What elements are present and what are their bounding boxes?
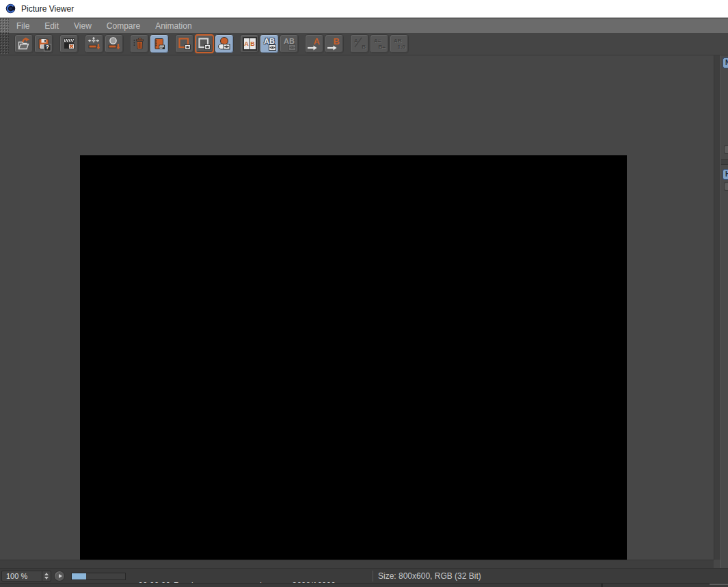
frame-eye-orange-icon bbox=[177, 36, 192, 51]
compare-ab-disabled-button: AB bbox=[280, 34, 299, 53]
menu-animation[interactable]: Animation bbox=[148, 19, 199, 33]
render-progress-fill bbox=[72, 573, 86, 579]
show-layers-view-button[interactable] bbox=[215, 34, 234, 53]
side-panel-chip[interactable] bbox=[724, 145, 728, 154]
toolbar-group-compare: A B AB AB bbox=[240, 34, 299, 53]
render-progress-bar bbox=[71, 573, 126, 580]
status-divider bbox=[373, 571, 373, 582]
window-titlebar[interactable]: Picture Viewer bbox=[0, 0, 728, 18]
delete-image-button[interactable] bbox=[130, 34, 149, 53]
play-button[interactable] bbox=[54, 571, 65, 582]
image-size-info: Size: 800x600, RGB (32 Bit) bbox=[378, 571, 481, 581]
compare-ab-toggle-button[interactable]: AB bbox=[260, 34, 279, 53]
play-icon bbox=[59, 574, 62, 578]
ab-panel-a-glyph: A bbox=[244, 38, 250, 49]
ab-panel-b-glyph: B bbox=[250, 38, 256, 49]
clapperboard-icon bbox=[62, 36, 77, 51]
history-catalog-button[interactable] bbox=[150, 34, 169, 53]
spinner-down-icon bbox=[44, 577, 49, 579]
tab-histogram[interactable]: H bbox=[723, 169, 728, 180]
bottom-strip-hairline bbox=[710, 584, 728, 585]
window-title: Picture Viewer bbox=[21, 4, 74, 14]
status-bar: 100 % 00:00:20Render progresscspp/maxspp… bbox=[0, 568, 728, 583]
menubar-grip-handle[interactable] bbox=[0, 18, 9, 33]
menu-bar: File Edit View Compare Animation bbox=[0, 18, 728, 33]
tab-navigation[interactable]: N bbox=[723, 57, 728, 68]
toolbar-group-preview bbox=[59, 34, 79, 53]
compare-side-by-side-button[interactable]: A B bbox=[240, 34, 259, 53]
toolbar-group-history bbox=[130, 34, 170, 53]
menu-file[interactable]: File bbox=[9, 19, 37, 33]
side-panel-chip[interactable] bbox=[724, 182, 728, 191]
ratio-top-glyph: AB bbox=[394, 38, 402, 44]
horizontal-scrollbar[interactable] bbox=[0, 560, 714, 568]
assign-ab-button: A= B= bbox=[370, 34, 389, 53]
menu-edit[interactable]: Edit bbox=[37, 19, 66, 33]
arrow-right-icon bbox=[327, 45, 337, 51]
ratio-bottom-glyph: 1:0 bbox=[397, 44, 405, 50]
save-button[interactable]: ? bbox=[34, 34, 53, 53]
ab-ratio-button: AB 1:0 bbox=[390, 34, 409, 53]
object-down-button[interactable] bbox=[105, 34, 124, 53]
move-down-button[interactable] bbox=[85, 34, 104, 53]
frame-eye-gray-icon bbox=[197, 36, 212, 51]
eye-disabled-icon bbox=[288, 44, 296, 51]
menu-view[interactable]: View bbox=[66, 19, 99, 33]
zoom-level-value: 100 % bbox=[2, 572, 42, 580]
bottom-edge-strip bbox=[0, 583, 728, 587]
diagonal-divider-icon bbox=[351, 35, 366, 50]
side-panel-column: N H bbox=[720, 55, 728, 568]
render-image[interactable] bbox=[80, 155, 627, 566]
toolbar-group-viewmode bbox=[175, 34, 234, 53]
catalog-book-icon bbox=[152, 36, 167, 51]
arrow-right-icon bbox=[308, 45, 317, 51]
single-frame-view-button[interactable] bbox=[175, 34, 194, 53]
toolbar-group-navigation bbox=[85, 34, 124, 53]
full-frame-view-button[interactable] bbox=[195, 34, 214, 53]
zoom-spinner[interactable] bbox=[42, 571, 51, 581]
make-preview-button[interactable] bbox=[59, 34, 79, 53]
toolbar-group-compare-tools: A B A= B= AB 1:0 bbox=[350, 34, 409, 53]
toolbar-group-setab: A B bbox=[305, 34, 345, 53]
swap-ab-button: A B bbox=[350, 34, 369, 53]
trash-icon bbox=[132, 36, 147, 51]
menu-compare[interactable]: Compare bbox=[99, 19, 148, 33]
eye-icon bbox=[269, 44, 276, 51]
vertical-scrollbar[interactable] bbox=[714, 55, 720, 560]
cinema4d-logo-icon[interactable] bbox=[5, 3, 16, 14]
toolbar-group-file: ? bbox=[14, 34, 54, 53]
toolbar-grip-handle[interactable] bbox=[0, 33, 9, 55]
set-image-a-button[interactable]: A bbox=[305, 34, 324, 53]
open-folder-icon bbox=[16, 36, 31, 51]
viewer-canvas[interactable] bbox=[0, 55, 714, 560]
move-cross-down-icon bbox=[87, 36, 102, 51]
ab-panels-icon: A B bbox=[243, 37, 257, 51]
bottom-strip-divider bbox=[601, 584, 603, 587]
set-image-b-button[interactable]: B bbox=[325, 34, 344, 53]
assign-top-glyph: A= bbox=[374, 38, 381, 44]
circle-down-icon bbox=[107, 36, 122, 51]
side-panel-divider[interactable] bbox=[721, 159, 728, 165]
assign-bottom-glyph: B= bbox=[379, 44, 386, 50]
open-button[interactable] bbox=[14, 34, 33, 53]
spinner-up-icon bbox=[44, 573, 49, 575]
save-question-glyph: ? bbox=[44, 44, 52, 51]
circles-eye-icon bbox=[217, 36, 232, 51]
zoom-level-select[interactable]: 100 % bbox=[1, 571, 51, 582]
toolbar: ? bbox=[0, 33, 728, 55]
